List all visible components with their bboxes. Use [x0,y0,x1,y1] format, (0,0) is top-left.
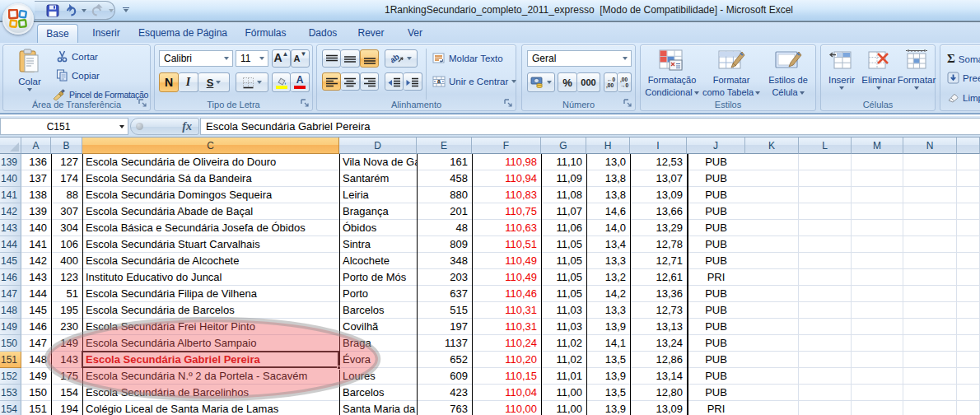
cell-M141[interactable] [852,187,903,203]
cell-L149[interactable] [799,319,852,335]
cut-button[interactable]: Cortar [56,50,98,63]
cell-K150[interactable] [745,335,799,352]
cell-H152[interactable]: 13,9 [586,368,630,385]
cell-F153[interactable]: 110,04 [472,385,541,401]
cell-F154[interactable]: 110,00 [472,401,541,415]
cell-E142[interactable]: 201 [417,203,472,220]
cell-O140[interactable] [957,170,980,187]
column-header-N[interactable]: N [903,138,957,154]
number-dialog-launcher[interactable] [623,98,632,108]
cell-M142[interactable] [852,203,903,220]
align-left-button[interactable] [322,72,341,91]
cell-D150[interactable]: Braga [339,335,417,352]
cell-O153[interactable] [957,385,980,401]
cell-J142[interactable]: PUB [687,203,745,220]
cell-F149[interactable]: 110,31 [472,319,541,335]
column-header-H[interactable]: H [586,138,630,154]
cell-H149[interactable]: 13,9 [586,319,630,335]
cell-F145[interactable]: 110,49 [472,253,541,269]
row-header-154[interactable]: 154 [0,401,21,415]
tab-ver[interactable]: Ver [396,24,434,43]
cell-A151[interactable]: 148 [21,352,51,368]
cell-K147[interactable] [745,286,799,302]
cell-F152[interactable]: 110,15 [472,368,541,385]
cell-H146[interactable]: 13,2 [586,269,630,286]
cell-G147[interactable]: 11,05 [541,286,586,302]
cell-K154[interactable] [745,401,799,415]
tab-formulas[interactable]: Fórmulas [231,24,300,43]
row-header-148[interactable]: 148 [0,302,21,319]
cell-L152[interactable] [799,368,852,385]
cell-O142[interactable] [957,203,980,220]
row-header-146[interactable]: 146 [0,269,21,286]
column-header-E[interactable]: E [417,138,472,154]
cell-E148[interactable]: 515 [417,302,472,319]
cell-E152[interactable]: 609 [417,368,472,385]
cell-I140[interactable]: 13,07 [630,170,687,187]
cell-J139[interactable]: PUB [687,154,745,170]
cell-B144[interactable]: 106 [51,236,82,253]
cell-N145[interactable] [903,253,957,269]
cell-A154[interactable]: 151 [21,401,51,415]
cell-C144[interactable]: Escola Secundária Stuart Carvalhais [82,236,339,253]
italic-button[interactable]: I [179,72,198,92]
cell-J150[interactable]: PUB [687,335,745,352]
cell-J149[interactable]: PUB [687,319,745,335]
cell-E153[interactable]: 423 [417,385,472,401]
cell-E143[interactable]: 48 [417,220,472,236]
cell-N143[interactable] [903,220,957,236]
currency-button[interactable] [527,72,555,92]
cell-F142[interactable]: 110,75 [472,203,541,220]
cell-K146[interactable] [745,269,799,286]
cell-A144[interactable]: 141 [21,236,51,253]
cell-F139[interactable]: 110,98 [472,154,541,170]
cell-L147[interactable] [799,286,852,302]
cell-K149[interactable] [745,319,799,335]
fill-button[interactable]: Preencher [947,72,980,84]
cell-J145[interactable]: PUB [687,253,745,269]
cell-G139[interactable]: 11,10 [541,154,586,170]
cell-I149[interactable]: 13,13 [630,319,687,335]
cell-C153[interactable]: Escola Secundária de Barcelinhos [82,385,339,401]
cell-H150[interactable]: 14,1 [586,335,630,352]
font-size-combo[interactable]: 11 [236,50,268,67]
cell-O149[interactable] [957,319,980,335]
cell-H144[interactable]: 13,4 [586,236,630,253]
cell-O152[interactable] [957,368,980,385]
row-header-141[interactable]: 141 [0,187,21,203]
cell-E141[interactable]: 880 [417,187,472,203]
cell-K140[interactable] [745,170,799,187]
cell-B154[interactable]: 194 [51,401,82,415]
cell-A150[interactable]: 147 [21,335,51,352]
merge-center-button[interactable]: a Unir e Centrar [432,76,516,87]
cell-E147[interactable]: 637 [417,286,472,302]
cell-B142[interactable]: 307 [51,203,82,220]
row-header-144[interactable]: 144 [0,236,21,253]
cell-C147[interactable]: Escola Secundária Filipa de Vilhena [82,286,339,302]
cell-M145[interactable] [852,253,903,269]
font-name-combo[interactable]: Calibri [159,50,233,67]
splitter-dot[interactable] [136,123,143,130]
column-header-I[interactable]: I [630,138,687,154]
cell-B143[interactable]: 304 [51,220,82,236]
cell-L142[interactable] [799,203,852,220]
cell-I154[interactable]: 13,09 [630,401,687,415]
cell-A141[interactable]: 138 [21,187,51,203]
conditional-formatting-button[interactable]: Formatação Condicional [642,49,702,98]
cell-D142[interactable]: Bragança [339,203,417,220]
decrease-decimal-button[interactable]: ,00 →0 [618,72,632,92]
cell-I153[interactable]: 12,80 [630,385,687,401]
cell-D154[interactable]: Santa Maria da [339,401,417,415]
cell-G154[interactable]: 11,00 [541,401,586,415]
cell-O139[interactable] [957,154,980,170]
cell-O141[interactable] [957,187,980,203]
cell-A147[interactable]: 144 [21,286,51,302]
cell-styles-button[interactable]: Estilos de Célula [761,49,815,98]
cell-C139[interactable]: Escola Secundária de Oliveira do Douro [82,154,339,170]
cell-C148[interactable]: Escola Secundária de Barcelos [82,302,339,319]
cell-N144[interactable] [903,236,957,253]
redo-dropdown[interactable] [107,2,114,18]
cell-E139[interactable]: 161 [417,154,472,170]
cell-B151[interactable]: 143 [51,352,82,368]
cell-J153[interactable]: PUB [687,385,745,401]
